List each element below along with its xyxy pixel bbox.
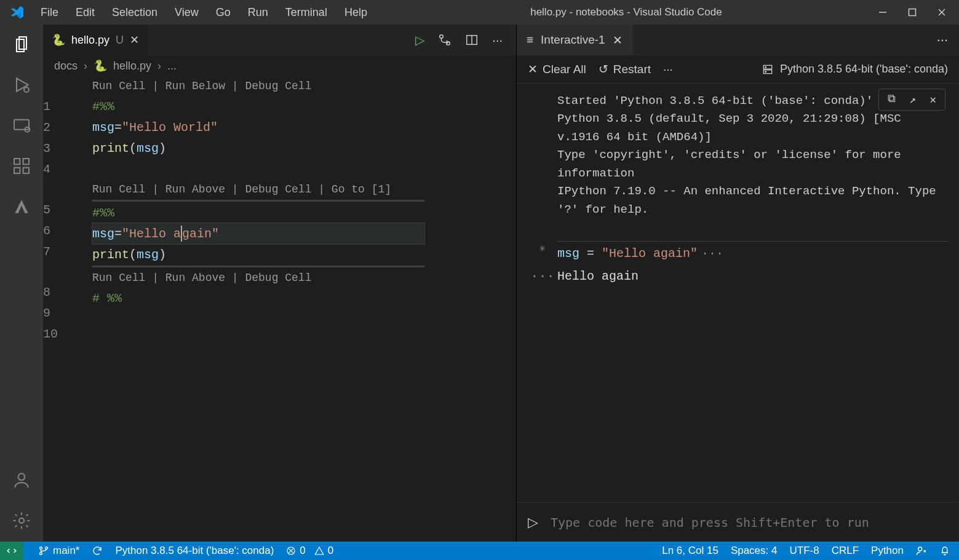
line-number: 6 bbox=[43, 220, 80, 241]
line-number: 4 bbox=[43, 159, 80, 179]
menu-help[interactable]: Help bbox=[336, 2, 376, 23]
menu-go[interactable]: Go bbox=[207, 2, 239, 23]
remote-explorer-icon[interactable] bbox=[10, 114, 33, 136]
server-icon bbox=[762, 63, 774, 76]
settings-gear-icon[interactable] bbox=[10, 510, 33, 532]
status-problems[interactable]: 0 0 bbox=[286, 545, 333, 557]
tab-interactive[interactable]: ≡ Interactive-1 ✕ bbox=[517, 25, 632, 55]
menu-view[interactable]: View bbox=[166, 2, 207, 23]
editor-tabs: 🐍 hello.py U ✕ ▷ ··· bbox=[43, 25, 516, 55]
cell-output-actions: ⧉ ↗ ✕ bbox=[878, 89, 945, 111]
line-number: 7 bbox=[43, 241, 80, 262]
svg-rect-11 bbox=[23, 159, 29, 164]
svg-point-13 bbox=[18, 473, 25, 480]
python-file-icon: 🐍 bbox=[94, 59, 107, 73]
goto-icon[interactable]: ↗ bbox=[909, 93, 916, 106]
menu-run[interactable]: Run bbox=[239, 2, 277, 23]
svg-marker-12 bbox=[15, 200, 28, 213]
cell-output: Hello again bbox=[557, 269, 948, 285]
menu-file[interactable]: File bbox=[32, 2, 67, 23]
notifications-icon[interactable] bbox=[939, 545, 950, 556]
svg-rect-1 bbox=[909, 9, 916, 16]
minimize-button[interactable] bbox=[877, 6, 889, 18]
svg-point-22 bbox=[765, 71, 766, 72]
codelens-cell1[interactable]: Run Cell | Run Below | Debug Cell bbox=[92, 76, 516, 96]
line-number: 2 bbox=[43, 117, 80, 138]
status-eol[interactable]: CRLF bbox=[832, 545, 859, 557]
menu-selection[interactable]: Selection bbox=[103, 2, 166, 23]
line-number: 10 bbox=[43, 323, 80, 344]
more-actions-icon[interactable]: ··· bbox=[937, 32, 948, 48]
feedback-icon[interactable] bbox=[916, 545, 927, 556]
run-file-icon[interactable]: ▷ bbox=[415, 33, 424, 47]
more-actions-icon[interactable]: ··· bbox=[492, 33, 503, 47]
restart-button[interactable]: ↺Restart bbox=[599, 62, 651, 76]
cell-divider bbox=[92, 200, 424, 202]
extensions-icon[interactable] bbox=[10, 155, 33, 177]
tab-filename: hello.py bbox=[71, 34, 109, 47]
tab-hello-py[interactable]: 🐍 hello.py U ✕ bbox=[43, 25, 148, 55]
breadcrumb-more[interactable]: ... bbox=[167, 60, 177, 73]
run-debug-icon[interactable] bbox=[10, 74, 33, 96]
execute-input-icon[interactable]: ▷ bbox=[528, 515, 538, 530]
close-icon: ✕ bbox=[528, 62, 538, 76]
clear-all-button[interactable]: ✕Clear All bbox=[528, 62, 586, 76]
svg-point-23 bbox=[40, 547, 42, 550]
menu-edit[interactable]: Edit bbox=[67, 2, 103, 23]
line-number: 5 bbox=[43, 199, 80, 220]
explorer-icon[interactable] bbox=[10, 33, 33, 55]
sync-button[interactable] bbox=[92, 545, 103, 556]
breadcrumb-folder[interactable]: docs bbox=[54, 60, 78, 73]
window-title: hello.py - notebooks - Visual Studio Cod… bbox=[376, 6, 877, 18]
collapse-cell-icon[interactable]: ✳ bbox=[528, 241, 557, 261]
svg-point-14 bbox=[19, 518, 24, 523]
svg-point-15 bbox=[440, 35, 444, 39]
interactive-tab-label: Interactive-1 bbox=[541, 33, 605, 47]
copy-icon[interactable]: ⧉ bbox=[888, 93, 896, 106]
editor-group: 🐍 hello.py U ✕ ▷ ··· docs › 🐍 hello.py ›… bbox=[43, 25, 516, 542]
svg-point-21 bbox=[765, 66, 766, 68]
tab-modified-indicator: U bbox=[116, 34, 124, 47]
status-cursor-position[interactable]: Ln 6, Col 15 bbox=[662, 545, 718, 557]
svg-point-29 bbox=[918, 547, 922, 551]
line-number: 1 bbox=[43, 96, 80, 117]
tab-close-icon[interactable]: ✕ bbox=[613, 33, 623, 47]
split-editor-icon[interactable] bbox=[465, 33, 479, 47]
interactive-input[interactable] bbox=[551, 515, 948, 530]
remote-indicator[interactable] bbox=[0, 542, 23, 560]
status-encoding[interactable]: UTF-8 bbox=[789, 545, 819, 557]
breadcrumbs[interactable]: docs › 🐍 hello.py › ... bbox=[43, 55, 516, 76]
git-branch[interactable]: main* bbox=[38, 545, 79, 557]
status-interpreter[interactable]: Python 3.8.5 64-bit ('base': conda) bbox=[115, 545, 274, 557]
svg-point-24 bbox=[40, 553, 42, 555]
status-language[interactable]: Python bbox=[871, 545, 904, 557]
close-icon[interactable]: ✕ bbox=[929, 93, 936, 106]
svg-marker-4 bbox=[17, 78, 28, 91]
output-indicator-icon: ··· bbox=[528, 269, 557, 285]
tab-close-icon[interactable]: ✕ bbox=[130, 33, 139, 47]
kernel-startup-message: Started 'Python 3.8.5 64-bit ('base': co… bbox=[557, 92, 942, 219]
maximize-button[interactable] bbox=[906, 6, 918, 18]
executed-cell-source[interactable]: msg = "Hello again"··· bbox=[557, 241, 948, 261]
breadcrumb-file[interactable]: hello.py bbox=[113, 60, 151, 73]
svg-rect-10 bbox=[23, 168, 29, 173]
python-file-icon: 🐍 bbox=[52, 33, 65, 47]
compare-changes-icon[interactable] bbox=[438, 33, 452, 47]
status-indent[interactable]: Spaces: 4 bbox=[731, 545, 778, 557]
svg-rect-6 bbox=[14, 120, 29, 130]
interactive-tab-icon: ≡ bbox=[527, 33, 533, 47]
line-number: 3 bbox=[43, 138, 80, 159]
code-editor[interactable]: 1 2 3 4 5 6 7 8 9 10 Run Cell | Run Belo… bbox=[43, 76, 516, 542]
more-actions-icon[interactable]: ··· bbox=[663, 63, 673, 76]
svg-point-25 bbox=[46, 547, 48, 550]
menu-terminal[interactable]: Terminal bbox=[277, 2, 336, 23]
jupyter-icon[interactable] bbox=[10, 195, 33, 218]
accounts-icon[interactable] bbox=[10, 469, 33, 491]
kernel-picker[interactable]: Python 3.8.5 64-bit ('base': conda) bbox=[762, 63, 948, 76]
svg-rect-9 bbox=[14, 168, 20, 173]
codelens-cell3[interactable]: Run Cell | Run Above | Debug Cell bbox=[92, 268, 516, 288]
codelens-cell2[interactable]: Run Cell | Run Above | Debug Cell | Go t… bbox=[92, 179, 516, 199]
status-bar: main* Python 3.8.5 64-bit ('base': conda… bbox=[0, 542, 959, 560]
close-button[interactable] bbox=[936, 6, 948, 18]
restart-icon: ↺ bbox=[599, 62, 608, 76]
